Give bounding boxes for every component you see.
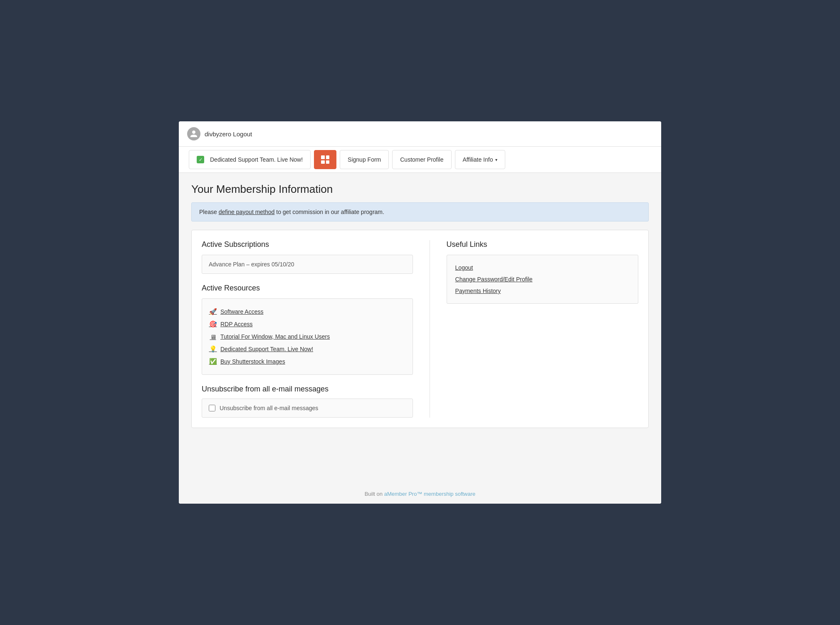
navbar: ✓ Dedicated Support Team. Live Now! Sign… (179, 147, 661, 173)
user-icon (190, 130, 198, 138)
unsubscribe-label: Unsubscribe from all e-mail messages (220, 405, 318, 411)
nav-signup-form-label: Signup Form (348, 156, 381, 163)
check-icon: ✓ (197, 156, 204, 163)
footer-amember-link[interactable]: aMember Pro™ membership software (384, 491, 476, 497)
resource-tutorial-label: Tutorial For Window, Mac and Linux Users (220, 333, 330, 340)
rdp-icon: 🎯 (209, 320, 217, 328)
nav-customer-profile-label: Customer Profile (400, 156, 443, 163)
banner-text-after: to get commission in our affiliate progr… (274, 209, 384, 215)
resource-software-access[interactable]: 🚀 Software Access (209, 305, 406, 318)
subscription-box: Advance Plan – expires 05/10/20 (202, 255, 413, 274)
user-logout-text[interactable]: divbyzero Logout (205, 130, 252, 138)
useful-links-heading: Useful Links (447, 240, 638, 249)
grid-icon (321, 155, 329, 164)
resource-support[interactable]: 💡 Dedicated Support Team. Live Now! (209, 343, 406, 355)
nav-signup-form[interactable]: Signup Form (340, 150, 389, 169)
main-card: Active Subscriptions Advance Plan – expi… (191, 230, 649, 428)
tutorial-icon: 🖥 (209, 332, 217, 341)
content-area: Your Membership Information Please defin… (179, 173, 661, 484)
main-container: divbyzero Logout ✓ Dedicated Support Tea… (179, 121, 661, 504)
link-payments-history[interactable]: Payments History (455, 285, 630, 297)
active-subscriptions-heading: Active Subscriptions (202, 240, 413, 249)
resource-shutterstock[interactable]: ✅ Buy Shutterstock Images (209, 355, 406, 368)
resource-support-label: Dedicated Support Team. Live Now! (220, 346, 313, 352)
resource-tutorial[interactable]: 🖥 Tutorial For Window, Mac and Linux Use… (209, 330, 406, 343)
unsubscribe-checkbox[interactable] (209, 405, 215, 411)
nav-customer-profile[interactable]: Customer Profile (392, 150, 451, 169)
banner-text-before: Please (199, 209, 219, 215)
unsubscribe-box: Unsubscribe from all e-mail messages (202, 399, 413, 418)
resource-rdp-label: RDP Access (220, 321, 253, 327)
useful-links-box: Logout Change Password/Edit Profile Paym… (447, 255, 638, 304)
shutterstock-icon: ✅ (209, 357, 217, 366)
support-icon: 💡 (209, 345, 217, 353)
nav-affiliate-info-label: Affiliate Info (463, 156, 493, 163)
footer-text-before: Built on (365, 491, 384, 497)
subscription-plan: Advance Plan – expires 05/10/20 (209, 261, 294, 268)
link-logout[interactable]: Logout (455, 262, 630, 273)
left-column: Active Subscriptions Advance Plan – expi… (202, 240, 413, 418)
software-icon: 🚀 (209, 308, 217, 316)
resource-software-label: Software Access (220, 308, 264, 315)
info-banner: Please define payout method to get commi… (191, 202, 649, 221)
nav-support-label: Dedicated Support Team. Live Now! (210, 156, 303, 163)
page-title: Your Membership Information (191, 183, 649, 196)
right-column: Useful Links Logout Change Password/Edit… (447, 240, 638, 418)
unsubscribe-heading: Unsubscribe from all e-mail messages (202, 385, 413, 394)
header: divbyzero Logout (179, 121, 661, 147)
define-payout-link[interactable]: define payout method (219, 209, 275, 215)
active-resources-heading: Active Resources (202, 284, 413, 293)
resource-shutterstock-label: Buy Shutterstock Images (220, 358, 285, 365)
resources-box: 🚀 Software Access 🎯 RDP Access 🖥 Tutoria… (202, 298, 413, 375)
column-divider (430, 240, 430, 418)
nav-dashboard[interactable] (314, 150, 336, 169)
caret-icon: ▾ (495, 157, 497, 162)
nav-affiliate-info[interactable]: Affiliate Info ▾ (455, 150, 506, 169)
nav-support[interactable]: ✓ Dedicated Support Team. Live Now! (189, 150, 311, 169)
link-change-password[interactable]: Change Password/Edit Profile (455, 273, 630, 285)
resource-rdp-access[interactable]: 🎯 RDP Access (209, 318, 406, 330)
avatar (187, 127, 200, 140)
footer: Built on aMember Pro™ membership softwar… (179, 484, 661, 504)
